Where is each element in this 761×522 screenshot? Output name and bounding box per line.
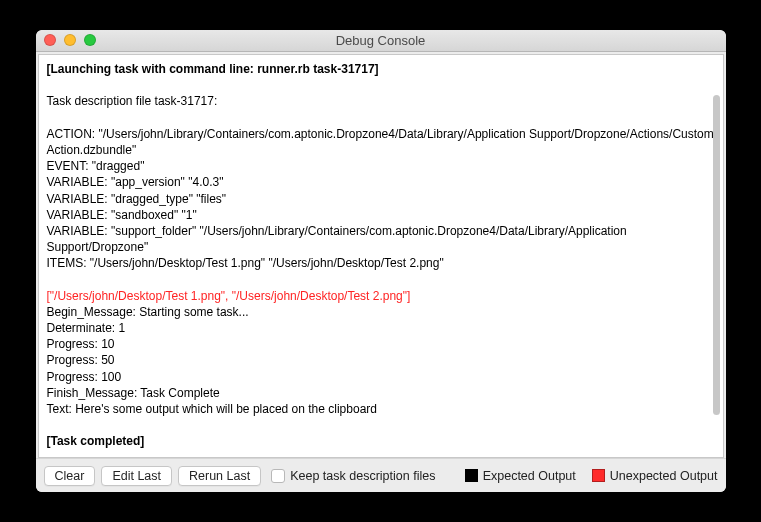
keep-files-label: Keep task description files — [290, 469, 435, 483]
text-output-line: Text: Here's some output which will be p… — [47, 402, 377, 416]
var-line: VARIABLE: "app_version" "4.0.3" — [47, 175, 224, 189]
edit-last-button[interactable]: Edit Last — [101, 466, 172, 486]
progress-line: Progress: 10 — [47, 337, 115, 351]
var-line: VARIABLE: "dragged_type" "files" — [47, 192, 227, 206]
console-text: [Launching task with command line: runne… — [39, 55, 723, 456]
scrollbar[interactable] — [713, 95, 720, 415]
keep-files-option[interactable]: Keep task description files — [271, 469, 435, 483]
toolbar: Clear Edit Last Rerun Last Keep task des… — [36, 458, 726, 492]
determinate-line: Determinate: 1 — [47, 321, 126, 335]
minimize-icon[interactable] — [64, 34, 76, 46]
items-line: ITEMS: "/Users/john/Desktop/Test 1.png" … — [47, 256, 444, 270]
legend-expected-label: Expected Output — [483, 469, 576, 483]
legend-unexpected-label: Unexpected Output — [610, 469, 718, 483]
completed-line: [Task completed] — [47, 434, 145, 448]
desc-header: Task description file task-31717: — [47, 94, 218, 108]
unexpected-output-line: ["/Users/john/Desktop/Test 1.png", "/Use… — [47, 289, 411, 303]
legend-expected: Expected Output — [465, 469, 576, 483]
begin-line: Begin_Message: Starting some task... — [47, 305, 249, 319]
close-icon[interactable] — [44, 34, 56, 46]
clear-button[interactable]: Clear — [44, 466, 96, 486]
window-title: Debug Console — [336, 33, 426, 48]
swatch-black-icon — [465, 469, 478, 482]
checkbox-icon[interactable] — [271, 469, 285, 483]
legend-unexpected: Unexpected Output — [592, 469, 718, 483]
titlebar[interactable]: Debug Console — [36, 30, 726, 52]
var-line: VARIABLE: "support_folder" "/Users/john/… — [47, 224, 631, 254]
action-line: ACTION: "/Users/john/Library/Containers/… — [47, 127, 717, 157]
swatch-red-icon — [592, 469, 605, 482]
progress-line: Progress: 50 — [47, 353, 115, 367]
var-line: VARIABLE: "sandboxed" "1" — [47, 208, 197, 222]
content-area: [Launching task with command line: runne… — [36, 52, 726, 458]
maximize-icon[interactable] — [84, 34, 96, 46]
window-controls — [44, 34, 96, 46]
debug-console-window: Debug Console [Launching task with comma… — [36, 30, 726, 492]
console-output[interactable]: [Launching task with command line: runne… — [38, 54, 724, 458]
progress-line: Progress: 100 — [47, 370, 122, 384]
launch-line: [Launching task with command line: runne… — [47, 62, 379, 76]
finish-line: Finish_Message: Task Complete — [47, 386, 220, 400]
event-line: EVENT: "dragged" — [47, 159, 145, 173]
rerun-last-button[interactable]: Rerun Last — [178, 466, 261, 486]
